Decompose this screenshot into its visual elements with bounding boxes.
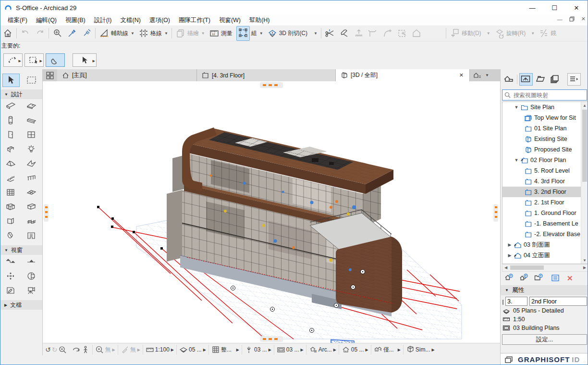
story-name-field[interactable] bbox=[529, 297, 587, 306]
wall-tool[interactable] bbox=[2, 100, 20, 113]
structure-display-selector[interactable]: 整...▶ bbox=[209, 345, 242, 354]
tree-item-sections[interactable]: ▶ 03 剖面圖 bbox=[502, 239, 588, 250]
curtain-wall-3d-tool[interactable] bbox=[2, 201, 20, 214]
marquee-select-button[interactable]: ▶ bbox=[24, 53, 44, 67]
trace-dropdown[interactable]: ▼ bbox=[201, 31, 205, 36]
opening-tool[interactable] bbox=[23, 201, 40, 214]
column-tool[interactable] bbox=[2, 114, 20, 127]
interior-elevation-tool[interactable] bbox=[2, 270, 20, 283]
menu-edit[interactable]: 編輯(Q) bbox=[32, 15, 61, 25]
marquee-tool[interactable] bbox=[23, 74, 40, 87]
tree-item-elevator-base[interactable]: -2. Elevator Base bbox=[502, 229, 588, 239]
settings-button[interactable]: 設定... bbox=[502, 334, 587, 345]
door-tool[interactable] bbox=[2, 128, 20, 142]
model-view-option-selector[interactable]: 05 ...▶ bbox=[339, 345, 371, 354]
lamp-tool[interactable] bbox=[23, 143, 40, 156]
project-map-icon[interactable] bbox=[519, 73, 533, 86]
renovation-filter-selector[interactable]: 僅...▶ bbox=[371, 345, 404, 354]
menu-design[interactable]: 設計(I) bbox=[90, 15, 116, 25]
mesh-tool[interactable] bbox=[23, 215, 40, 228]
chevron-down-icon[interactable]: ▼ bbox=[514, 158, 519, 163]
fillet-button[interactable] bbox=[380, 26, 395, 40]
toolbox-section-view[interactable]: ▼視窗 bbox=[0, 245, 42, 255]
tree-item-02-floor-plan[interactable]: ▼ 02 Floor Plan bbox=[502, 155, 588, 165]
top-dock-handle[interactable] bbox=[260, 82, 283, 88]
pick-up-parameters-button[interactable] bbox=[65, 26, 79, 40]
properties-header[interactable]: ▼ 屬性 bbox=[501, 285, 588, 295]
move-button[interactable]: 移動(D) ▼ bbox=[448, 26, 492, 40]
tab-overview-button[interactable] bbox=[43, 69, 57, 81]
snap-grid-button[interactable]: 格線 ▼ bbox=[136, 26, 170, 40]
rotate-dropdown[interactable]: ▼ bbox=[531, 31, 535, 36]
view-map-icon[interactable] bbox=[535, 74, 547, 85]
guide-lines-dropdown[interactable]: ▼ bbox=[131, 31, 135, 36]
trace-reference-value[interactable]: 無 bbox=[105, 346, 110, 354]
camera-tool[interactable] bbox=[23, 284, 40, 298]
scroll-up-icon[interactable]: ▲ bbox=[581, 102, 588, 109]
menu-options[interactable]: 選項(O) bbox=[145, 15, 174, 25]
undo-button[interactable] bbox=[18, 26, 33, 40]
tab-3rd-floor[interactable]: [4. 3rd Floor] bbox=[197, 69, 336, 81]
tree-item-3rd-floor[interactable]: 4. 3rd Floor bbox=[502, 176, 588, 187]
rotate-button[interactable]: 旋轉(R) ▼ bbox=[492, 26, 537, 40]
arrow-tool-button[interactable]: ▶ bbox=[73, 53, 97, 67]
right-dock-handle[interactable] bbox=[493, 204, 498, 222]
elevation-tool[interactable] bbox=[23, 255, 40, 269]
project-chooser-icon[interactable] bbox=[502, 74, 515, 85]
marquee-transfer-button[interactable]: ▶ bbox=[3, 53, 23, 67]
zoom-in-icon[interactable] bbox=[58, 345, 67, 354]
3d-cutaway-dropdown[interactable]: ▼ bbox=[314, 31, 318, 36]
zone-tool[interactable] bbox=[23, 229, 40, 243]
beam-tool[interactable] bbox=[23, 114, 40, 127]
split-button[interactable] bbox=[323, 26, 337, 40]
align-elevation-button[interactable] bbox=[352, 26, 366, 40]
layout-row[interactable]: 03 Building Plans bbox=[501, 324, 588, 332]
toolbox-section-design[interactable]: ▼設計 bbox=[0, 89, 42, 99]
tree-item-01-site-plan[interactable]: 01 Site Plan bbox=[502, 123, 588, 134]
drawing-frame-selector[interactable]: 03 ...▶ bbox=[274, 345, 306, 354]
navigator-search[interactable] bbox=[502, 89, 587, 101]
scale-selector[interactable]: 1:100▶ bbox=[143, 345, 177, 354]
tree-vertical-scrollbar[interactable]: ▲ ▼ bbox=[581, 102, 588, 264]
guide-lines-button[interactable]: 輔助線 ▼ bbox=[97, 26, 136, 40]
tree-horizontal-scrollbar[interactable]: ◀ ▶ bbox=[502, 264, 588, 272]
chevron-down-icon[interactable]: ▼ bbox=[514, 105, 519, 110]
inject-parameters-button[interactable] bbox=[79, 26, 94, 40]
morph-tool[interactable] bbox=[2, 229, 20, 243]
delete-icon[interactable]: ✕ bbox=[567, 274, 573, 283]
object-tool[interactable] bbox=[2, 143, 20, 156]
bottom-dock-handle[interactable] bbox=[260, 336, 283, 342]
menu-window[interactable]: 視窗(W) bbox=[215, 15, 245, 25]
move-dropdown[interactable]: ▼ bbox=[487, 31, 490, 36]
detail-tool[interactable] bbox=[2, 284, 20, 298]
3d-cutaway-button[interactable]: 3D 剖切(C) ▼ bbox=[265, 26, 319, 40]
slab-tool[interactable] bbox=[23, 100, 40, 113]
layer-filter-value[interactable]: 無 bbox=[130, 346, 136, 354]
resize-grip[interactable]: ∴ bbox=[584, 361, 588, 365]
tab-3d-all[interactable]: [3D / 全部] ✕ bbox=[336, 69, 470, 81]
roof-tool[interactable] bbox=[2, 157, 20, 171]
door-opening-tool[interactable] bbox=[2, 215, 20, 228]
tree-item-1st-floor[interactable]: 2. 1st Floor bbox=[502, 197, 588, 208]
tree-item-site-plan[interactable]: ▼ Site Plan bbox=[502, 102, 588, 113]
maximize-button[interactable]: ☐ bbox=[543, 0, 565, 15]
tree-item-ground-floor[interactable]: 1. Ground Floor bbox=[502, 208, 588, 218]
tree-item-existing-site[interactable]: Existing Site bbox=[502, 134, 588, 144]
magnet-toggle-button[interactable] bbox=[46, 53, 65, 67]
orientation-selector[interactable]: Arc...▶ bbox=[306, 345, 339, 354]
3d-style-selector[interactable]: Sim...▶ bbox=[404, 345, 437, 354]
3d-viewport[interactable] bbox=[43, 81, 500, 343]
worksheet-tool[interactable] bbox=[23, 270, 40, 283]
menu-document[interactable]: 文檔(N) bbox=[116, 15, 145, 25]
tab-list-dropdown[interactable]: ▼ bbox=[470, 69, 493, 81]
section-tool[interactable] bbox=[2, 255, 20, 269]
chevron-right-icon[interactable]: ▶ bbox=[507, 242, 512, 247]
arrow-select-tool[interactable] bbox=[2, 74, 20, 87]
group-toggle-button[interactable] bbox=[236, 26, 250, 41]
fit-in-window-icon[interactable] bbox=[95, 345, 104, 354]
tree-item-proposed-site[interactable]: Proposed Site bbox=[502, 144, 588, 155]
home-button[interactable] bbox=[0, 26, 15, 40]
resize-button[interactable] bbox=[395, 26, 409, 40]
tree-item-2nd-floor[interactable]: 3. 2nd Floor bbox=[502, 187, 588, 197]
scale-row[interactable]: 1:50 bbox=[501, 315, 588, 324]
